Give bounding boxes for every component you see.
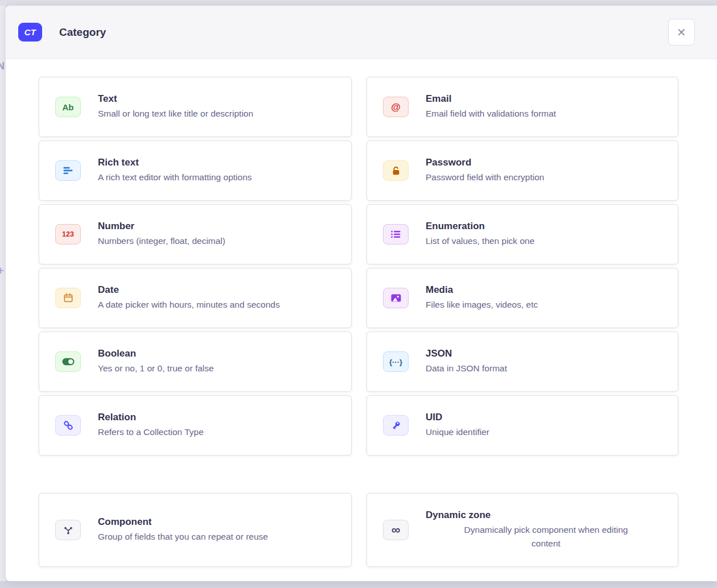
field-card-text: JSONData in JSON format	[426, 348, 666, 375]
component-nodes-icon	[55, 520, 81, 540]
field-card-text: Rich textA rich text editor with formatt…	[98, 157, 340, 184]
default-fields-grid: AbTextSmall or long text like title or d…	[39, 77, 678, 456]
field-card-text: EmailEmail field with validations format	[426, 93, 666, 121]
field-card-text[interactable]: AbTextSmall or long text like title or d…	[39, 77, 352, 137]
field-description: Yes or no, 1 or 0, true or false	[98, 362, 340, 375]
field-card-uid[interactable]: UIDUnique identifier	[366, 395, 678, 456]
field-title: Rich text	[98, 157, 340, 168]
field-card-text: ComponentGroup of fields that you can re…	[98, 516, 340, 544]
field-title: Number	[98, 221, 340, 232]
field-card-number[interactable]: 123NumberNumbers (integer, float, decima…	[39, 204, 352, 264]
field-title: Relation	[98, 412, 340, 423]
uid-key-icon	[383, 415, 409, 436]
text-ab-icon: Ab	[55, 97, 81, 117]
date-calendar-icon	[55, 288, 81, 308]
field-card-media[interactable]: MediaFiles like images, videos, etc	[366, 268, 678, 328]
close-button[interactable]: ✕	[668, 19, 695, 45]
field-card-relation[interactable]: RelationRefers to a Collection Type	[39, 395, 352, 456]
field-card-text: RelationRefers to a Collection Type	[98, 412, 340, 439]
field-card-email[interactable]: @EmailEmail field with validations forma…	[366, 77, 678, 137]
modal-title: Category	[59, 26, 106, 39]
richtext-lines-icon	[55, 160, 81, 181]
field-title: Component	[98, 516, 340, 528]
field-title: JSON	[426, 348, 666, 359]
field-card-text: UIDUnique identifier	[426, 412, 666, 439]
number-123-icon: 123	[55, 224, 81, 245]
modal-header: CT Category ✕	[6, 6, 717, 59]
field-card-text: NumberNumbers (integer, float, decimal)	[98, 221, 340, 248]
field-card-component[interactable]: ComponentGroup of fields that you can re…	[39, 493, 352, 567]
field-title: Enumeration	[426, 221, 666, 232]
field-title: Dynamic zone	[426, 510, 666, 521]
media-picture-icon	[383, 288, 409, 308]
background-plus: +	[0, 264, 4, 278]
field-type-modal: CT Category ✕ AbTextSmall or long text l…	[6, 6, 717, 581]
boolean-toggle-icon	[55, 351, 81, 372]
dynamic-zone-infinity-icon: ∞	[383, 520, 409, 540]
field-title: Boolean	[98, 348, 340, 359]
field-description: Refers to a Collection Type	[98, 425, 340, 439]
field-description: Data in JSON format	[426, 362, 666, 375]
field-description: A rich text editor with formatting optio…	[98, 171, 340, 184]
field-card-text: Dynamic zoneDynamically pick component w…	[426, 510, 666, 550]
field-description: Small or long text like title or descrip…	[98, 107, 340, 121]
field-card-date[interactable]: DateA date picker with hours, minutes an…	[39, 268, 352, 328]
field-description: Unique identifier	[426, 425, 666, 439]
field-title: Date	[98, 284, 340, 296]
field-description: Dynamically pick component when editing …	[452, 523, 640, 550]
field-card-text: EnumerationList of values, then pick one	[426, 221, 666, 248]
field-description: A date picker with hours, minutes and se…	[98, 298, 340, 312]
background-letter-n: N	[0, 60, 5, 72]
field-card-password[interactable]: PasswordPassword field with encryption	[366, 140, 678, 201]
field-description: Password field with encryption	[426, 171, 666, 184]
field-card-text: TextSmall or long text like title or des…	[98, 93, 340, 121]
field-title: Text	[98, 93, 340, 105]
close-icon: ✕	[677, 27, 686, 38]
field-card-dynamiczone[interactable]: ∞Dynamic zoneDynamically pick component …	[366, 493, 678, 567]
enumeration-list-icon	[383, 224, 409, 245]
field-title: UID	[426, 412, 666, 423]
field-description: Group of fields that you can repeat or r…	[98, 530, 340, 544]
content-type-badge: CT	[18, 23, 42, 42]
relation-link-icon	[55, 415, 81, 436]
field-title: Password	[426, 157, 666, 168]
modal-body: AbTextSmall or long text like title or d…	[6, 59, 717, 582]
page-background-bottom	[0, 581, 717, 588]
field-title: Media	[426, 284, 666, 296]
field-description: Email field with validations format	[426, 107, 666, 121]
password-lock-icon	[383, 160, 409, 181]
field-title: Email	[426, 93, 666, 105]
advanced-fields-grid: ComponentGroup of fields that you can re…	[39, 493, 678, 567]
field-card-text: DateA date picker with hours, minutes an…	[98, 284, 340, 312]
page-background-strip	[0, 6, 6, 581]
field-card-enumeration[interactable]: EnumerationList of values, then pick one	[366, 204, 678, 264]
field-description: List of values, then pick one	[426, 234, 666, 248]
field-description: Numbers (integer, float, decimal)	[98, 234, 340, 248]
field-card-text: MediaFiles like images, videos, etc	[426, 284, 666, 312]
field-card-text: BooleanYes or no, 1 or 0, true or false	[98, 348, 340, 375]
email-at-icon: @	[383, 97, 409, 117]
json-braces-icon: {···}	[383, 351, 409, 372]
field-description: Files like images, videos, etc	[426, 298, 666, 312]
field-card-text: PasswordPassword field with encryption	[426, 157, 666, 184]
field-card-richtext[interactable]: Rich textA rich text editor with formatt…	[39, 140, 352, 201]
field-card-boolean[interactable]: BooleanYes or no, 1 or 0, true or false	[39, 332, 352, 392]
field-card-json[interactable]: {···}JSONData in JSON format	[366, 332, 678, 392]
